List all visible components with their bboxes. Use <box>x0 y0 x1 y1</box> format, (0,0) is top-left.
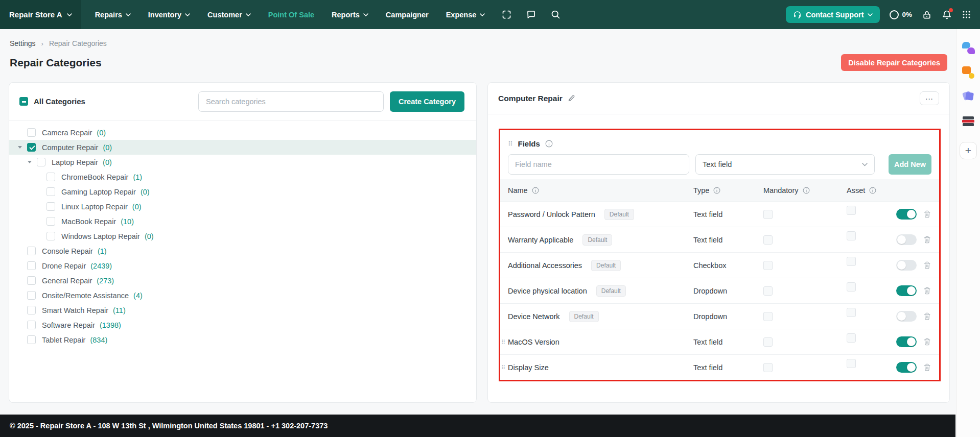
field-enabled-toggle[interactable] <box>896 362 917 373</box>
contact-support-button[interactable]: Contact Support <box>786 6 880 23</box>
drag-handle-icon[interactable]: ⠿ <box>508 140 513 147</box>
all-categories-checkbox[interactable] <box>19 97 28 106</box>
mandatory-checkbox[interactable] <box>763 261 773 270</box>
tree-checkbox[interactable] <box>27 247 36 255</box>
category-tree-row[interactable]: Computer Repair (0) <box>9 140 476 155</box>
field-enabled-toggle[interactable] <box>896 285 917 296</box>
mandatory-checkbox[interactable] <box>763 286 773 296</box>
drag-handle-icon[interactable]: ⠿ <box>501 365 505 370</box>
add-extension-button[interactable]: + <box>960 142 977 159</box>
category-tree-row[interactable]: Software Repair (1398) <box>9 318 476 332</box>
nav-item[interactable]: Campaigner <box>386 11 429 19</box>
delete-field-icon[interactable] <box>923 261 931 270</box>
tree-checkbox[interactable] <box>27 306 36 314</box>
nav-item[interactable]: Expense <box>446 11 485 19</box>
delete-field-icon[interactable] <box>923 210 931 218</box>
chat-icon[interactable] <box>526 9 536 20</box>
scan-icon[interactable] <box>501 9 512 20</box>
category-tree-row[interactable]: Camera Repair (0) <box>9 125 476 140</box>
field-type-select[interactable]: Text field <box>695 154 875 175</box>
create-category-button[interactable]: Create Category <box>390 91 464 112</box>
field-enabled-toggle[interactable] <box>896 260 917 271</box>
asset-checkbox[interactable] <box>847 359 856 368</box>
store-selector[interactable]: Repair Store A <box>0 0 81 29</box>
tree-checkbox[interactable] <box>27 335 36 344</box>
nav-item[interactable]: Repairs <box>95 11 131 19</box>
more-options-button[interactable]: ... <box>920 91 939 105</box>
cards-extension-icon[interactable] <box>962 91 975 103</box>
lock-icon[interactable] <box>922 10 932 20</box>
mandatory-checkbox[interactable] <box>763 312 773 321</box>
category-tree-row[interactable]: Smart Watch Repair (11) <box>9 303 476 318</box>
category-tree-row[interactable]: ChromeBook Repair (1) <box>9 169 476 184</box>
nav-item-label: Inventory <box>148 11 181 19</box>
delete-field-icon[interactable] <box>923 363 931 372</box>
breadcrumb-settings[interactable]: Settings <box>10 39 36 47</box>
delete-field-icon[interactable] <box>923 312 931 321</box>
delete-field-icon[interactable] <box>923 235 931 244</box>
field-name: Device physical location <box>508 287 587 295</box>
asset-checkbox[interactable] <box>847 257 856 266</box>
category-tree-row[interactable]: Windows Laptop Repair (0) <box>9 229 476 244</box>
apps-grid-icon[interactable] <box>962 10 971 19</box>
edit-pencil-icon[interactable] <box>568 94 575 102</box>
category-tree-row[interactable]: Drone Repair (2439) <box>9 258 476 273</box>
nav-item[interactable]: Customer <box>207 11 251 19</box>
category-tree-row[interactable]: Gaming Laptop Repair (0) <box>9 184 476 199</box>
search-categories-input[interactable] <box>198 91 384 112</box>
drag-handle-icon[interactable]: ⠿ <box>501 339 505 345</box>
field-type: Text field <box>693 338 722 346</box>
tree-checkbox[interactable] <box>46 217 55 226</box>
asset-checkbox[interactable] <box>847 333 856 343</box>
category-tree-row[interactable]: Console Repair (1) <box>9 244 476 258</box>
tree-checkbox[interactable] <box>37 158 45 166</box>
mandatory-checkbox[interactable] <box>763 235 773 245</box>
tree-checkbox[interactable] <box>46 232 55 240</box>
tree-checkbox[interactable] <box>27 143 36 152</box>
disable-repair-categories-button[interactable]: Disable Repair Categories <box>841 54 947 71</box>
add-new-field-button[interactable]: Add New <box>889 154 931 175</box>
nav-item[interactable]: Point Of Sale <box>268 11 314 19</box>
category-tree-row[interactable]: Onsite/Remote Assistance (4) <box>9 288 476 303</box>
tree-caret-icon[interactable] <box>18 146 22 149</box>
field-name-input[interactable] <box>508 154 689 175</box>
asset-checkbox[interactable] <box>847 282 856 292</box>
delete-field-icon[interactable] <box>923 337 931 346</box>
tree-checkbox[interactable] <box>27 321 36 329</box>
category-count: (11) <box>113 306 126 314</box>
setup-progress[interactable]: 0% <box>890 10 912 19</box>
notifications-bell-icon[interactable] <box>942 10 952 20</box>
tree-checkbox[interactable] <box>27 291 36 300</box>
field-enabled-toggle[interactable] <box>896 311 917 322</box>
tree-checkbox[interactable] <box>27 261 36 270</box>
mandatory-checkbox[interactable] <box>763 210 773 219</box>
field-enabled-toggle[interactable] <box>896 336 917 347</box>
asset-checkbox[interactable] <box>847 308 856 317</box>
mandatory-checkbox[interactable] <box>763 363 773 372</box>
nav-item[interactable]: Reports <box>332 11 368 19</box>
field-row: Additional Accessories Default Checkbox <box>500 252 939 278</box>
delete-field-icon[interactable] <box>923 286 931 295</box>
category-tree-row[interactable]: MacBook Repair (10) <box>9 214 476 229</box>
shapes-extension-icon[interactable] <box>962 66 975 79</box>
tree-checkbox[interactable] <box>46 202 55 211</box>
category-tree-row[interactable]: Laptop Repair (0) <box>9 155 476 169</box>
navbar-right-cluster: Contact Support 0% <box>786 6 980 23</box>
stack-extension-icon[interactable] <box>962 115 975 128</box>
nav-item[interactable]: Inventory <box>148 11 190 19</box>
category-tree-row[interactable]: General Repair (273) <box>9 273 476 288</box>
search-icon[interactable] <box>550 9 561 20</box>
asset-checkbox[interactable] <box>847 231 856 240</box>
mandatory-checkbox[interactable] <box>763 337 773 347</box>
category-tree-row[interactable]: Tablet Repair (834) <box>9 332 476 347</box>
asset-checkbox[interactable] <box>847 206 856 215</box>
field-enabled-toggle[interactable] <box>896 234 917 245</box>
tree-checkbox[interactable] <box>46 173 55 181</box>
tree-caret-icon[interactable] <box>28 161 32 163</box>
tree-checkbox[interactable] <box>46 187 55 196</box>
field-enabled-toggle[interactable] <box>896 209 917 220</box>
chat-bubbles-extension-icon[interactable] <box>962 42 975 54</box>
category-tree-row[interactable]: Linux Laptop Repair (0) <box>9 199 476 214</box>
tree-checkbox[interactable] <box>27 276 36 285</box>
tree-checkbox[interactable] <box>27 128 36 137</box>
